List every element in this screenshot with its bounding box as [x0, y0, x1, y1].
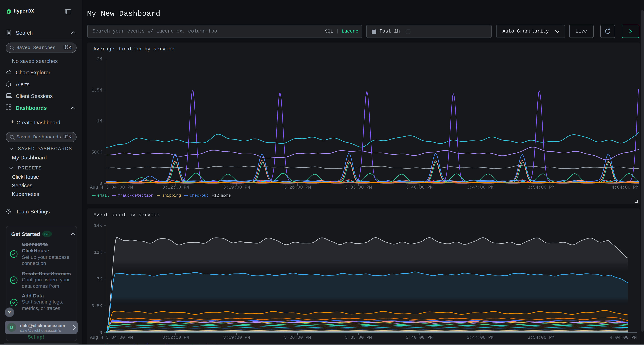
svg-text:2M: 2M: [96, 57, 102, 62]
svg-text:3:26:00 PM: 3:26:00 PM: [284, 335, 311, 340]
svg-text:3:33:00 PM: 3:33:00 PM: [345, 335, 372, 340]
svg-text:3:12:00 PM: 3:12:00 PM: [162, 335, 189, 340]
svg-text:3:40:00 PM: 3:40:00 PM: [406, 335, 432, 340]
svg-text:3:54:00 PM: 3:54:00 PM: [528, 185, 554, 190]
svg-text:3:19:00 PM: 3:19:00 PM: [223, 185, 250, 190]
svg-text:3:54:00 PM: 3:54:00 PM: [528, 335, 554, 340]
svg-text:1.5M: 1.5M: [91, 88, 102, 93]
svg-text:7K: 7K: [96, 277, 102, 282]
svg-text:1M: 1M: [96, 119, 102, 124]
svg-text:3:19:00 PM: 3:19:00 PM: [223, 335, 250, 340]
svg-text:Aug 4 3:04:00 PM: Aug 4 3:04:00 PM: [90, 185, 133, 190]
svg-text:14K: 14K: [94, 223, 102, 228]
svg-text:3:40:00 PM: 3:40:00 PM: [406, 185, 432, 190]
svg-text:3.5K: 3.5K: [91, 304, 102, 309]
svg-text:3:47:00 PM: 3:47:00 PM: [466, 185, 494, 190]
svg-text:Aug 4 3:04:00 PM: Aug 4 3:04:00 PM: [90, 335, 133, 340]
svg-text:4:04:00 PM: 4:04:00 PM: [610, 335, 636, 340]
svg-text:11K: 11K: [94, 250, 102, 255]
svg-text:3:12:00 PM: 3:12:00 PM: [162, 185, 189, 190]
svg-text:3:26:00 PM: 3:26:00 PM: [284, 185, 311, 190]
svg-text:3:47:00 PM: 3:47:00 PM: [466, 335, 494, 340]
svg-text:500K: 500K: [91, 150, 102, 155]
svg-text:3:33:00 PM: 3:33:00 PM: [345, 185, 372, 190]
svg-text:4:04:00 PM: 4:04:00 PM: [612, 185, 638, 190]
